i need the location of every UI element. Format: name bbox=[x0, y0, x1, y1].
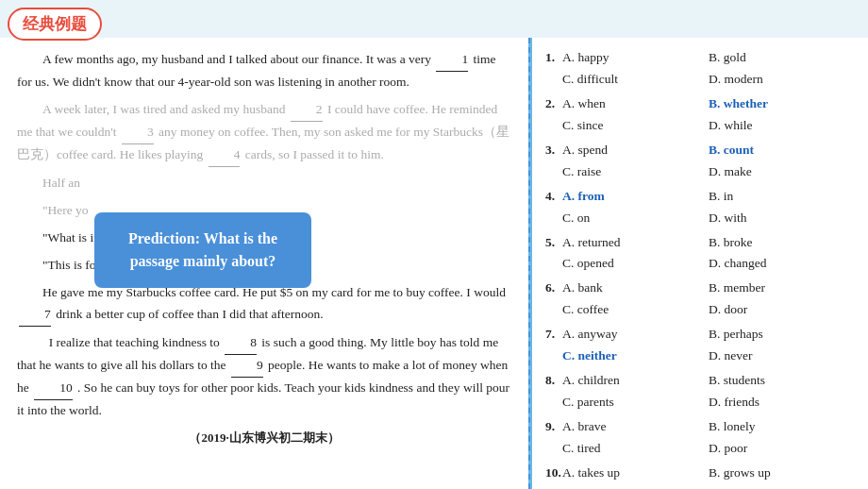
passage-p8: I realize that teaching kindness to 8 is… bbox=[17, 332, 511, 422]
source-label: （2019·山东博兴初二期末） bbox=[17, 428, 511, 448]
question-row-7: 7. A. anyway C. neither B. perhaps D. ne… bbox=[545, 324, 855, 367]
blank-4: 4 bbox=[209, 144, 241, 167]
question-row-1: 1. A. happy C. difficult B. gold D. mode… bbox=[545, 47, 855, 91]
q5-optA: A. returned bbox=[562, 235, 620, 249]
q-num-6: 6. bbox=[545, 280, 562, 295]
blank-2: 2 bbox=[291, 99, 323, 122]
blank-9: 9 bbox=[231, 355, 263, 378]
q4-optC: C. on bbox=[562, 211, 590, 225]
q-num-5: 5. bbox=[545, 235, 562, 250]
q5-optD: D. changed bbox=[709, 256, 766, 270]
blank-8: 8 bbox=[225, 332, 257, 355]
question-row-3: 3. A. spend C. raise B. count D. make bbox=[545, 140, 855, 183]
blank-3: 3 bbox=[122, 122, 154, 144]
q3-optA: A. spend bbox=[562, 143, 608, 157]
questions-area: 1. A. happy C. difficult B. gold D. mode… bbox=[532, 38, 868, 489]
q5-optC: C. opened bbox=[562, 256, 614, 270]
passage-area: A few months ago, my husband and I talke… bbox=[0, 38, 528, 489]
question-row-4: 4. A. from C. on B. in D. with bbox=[545, 186, 855, 229]
q-num-8: 8. bbox=[545, 373, 562, 388]
q10-optA: A. takes up bbox=[562, 465, 620, 480]
q-num-1: 1. bbox=[545, 50, 562, 65]
q6-optB: B. member bbox=[709, 280, 765, 295]
q8-optC: C. parents bbox=[562, 395, 614, 409]
question-row-2: 2. A. when C. since B. whether D. while bbox=[545, 93, 855, 137]
q9-optD: D. poor bbox=[709, 441, 747, 455]
q8-optB: B. students bbox=[709, 373, 765, 387]
q1-optB: B. gold bbox=[709, 50, 746, 64]
question-row-6: 6. A. bank C. coffee B. member D. door bbox=[545, 278, 855, 321]
q-num-4: 4. bbox=[545, 189, 562, 204]
q2-optB: B. whether bbox=[709, 96, 768, 110]
q9-optC: C. tired bbox=[562, 441, 601, 455]
q6-optA: A. bank bbox=[562, 280, 603, 295]
q7-optA: A. anyway bbox=[562, 327, 617, 341]
q7-optB: B. perhaps bbox=[709, 327, 763, 341]
section-label: 经典例题 bbox=[8, 8, 102, 41]
q8-optD: D. friends bbox=[709, 395, 760, 409]
q7-optD: D. never bbox=[709, 348, 752, 363]
q3-optD: D. make bbox=[709, 164, 752, 178]
q-num-10: 10. bbox=[545, 465, 562, 481]
q9-optA: A. brave bbox=[562, 419, 606, 433]
q7-optC: C. neither bbox=[562, 348, 617, 363]
q-num-2: 2. bbox=[545, 96, 562, 111]
blank-10: 10 bbox=[34, 378, 73, 400]
blank-7: 7 bbox=[19, 304, 51, 327]
q2-optC: C. since bbox=[562, 118, 604, 132]
passage-p7: He gave me my Starbucks coffee card. He … bbox=[17, 282, 511, 327]
question-row-8: 8. A. children C. parents B. students D.… bbox=[545, 370, 855, 413]
q10-optB: B. grows up bbox=[709, 465, 771, 480]
question-row-10: 10. A. takes up C. gets up B. grows up D… bbox=[545, 463, 855, 489]
question-row-9: 9. A. brave C. tired B. lonely D. poor bbox=[545, 416, 855, 460]
q2-optD: D. while bbox=[709, 118, 753, 132]
q5-optB: B. broke bbox=[709, 235, 753, 249]
q4-optA: A. from bbox=[562, 189, 605, 203]
q1-optD: D. modern bbox=[709, 72, 763, 86]
prediction-popup: Prediction: What is the passage mainly a… bbox=[94, 212, 311, 288]
q-num-7: 7. bbox=[545, 327, 562, 342]
q6-optD: D. door bbox=[709, 302, 747, 316]
q2-optA: A. when bbox=[562, 96, 606, 110]
blank-1: 1 bbox=[436, 49, 468, 72]
q9-optB: B. lonely bbox=[709, 419, 756, 433]
q4-optD: D. with bbox=[709, 211, 747, 225]
question-row-5: 5. A. returned C. opened B. broke D. cha… bbox=[545, 232, 855, 276]
passage-p1: A few months ago, my husband and I talke… bbox=[17, 49, 511, 93]
q-num-9: 9. bbox=[545, 419, 562, 434]
passage-p3: Half an bbox=[17, 173, 511, 194]
q-num-3: 3. bbox=[545, 143, 562, 158]
passage-p2: A week later, I was tired and asked my h… bbox=[17, 99, 511, 167]
q1-optC: C. difficult bbox=[562, 72, 618, 86]
q1-optA: A. happy bbox=[562, 50, 609, 64]
q3-optB: B. count bbox=[709, 143, 754, 157]
q8-optA: A. children bbox=[562, 373, 620, 387]
q3-optC: C. raise bbox=[562, 164, 601, 178]
q4-optB: B. in bbox=[709, 189, 733, 203]
q6-optC: C. coffee bbox=[562, 302, 609, 316]
